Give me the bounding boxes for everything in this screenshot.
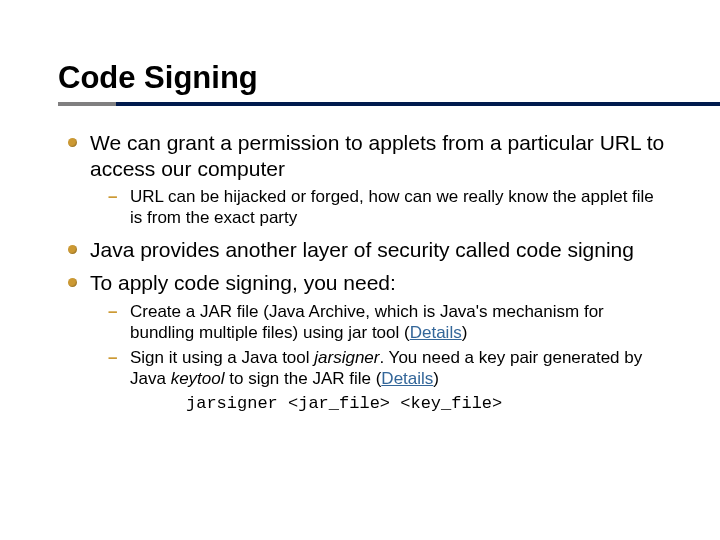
- bullet-3-sub-1-a: Create a JAR file (Java Archive, which i…: [130, 302, 604, 342]
- bullet-3-sub-1: Create a JAR file (Java Archive, which i…: [100, 302, 670, 343]
- slide: Code Signing We can grant a permission t…: [0, 0, 720, 540]
- bullet-list: We can grant a permission to applets fro…: [64, 130, 670, 415]
- bullet-3-sub-2: Sign it using a Java tool jarsigner. You…: [100, 348, 670, 414]
- code-line: jarsigner <jar_file> <key_file>: [186, 394, 670, 415]
- bullet-3-sub-1-b: ): [462, 323, 468, 342]
- bullet-3-text: To apply code signing, you need:: [90, 271, 396, 294]
- bullet-3-sublist: Create a JAR file (Java Archive, which i…: [90, 302, 670, 415]
- bullet-1-sub-1-text: URL can be hijacked or forged, how can w…: [130, 187, 654, 227]
- details-link-1[interactable]: Details: [410, 323, 462, 342]
- bullet-3-sub-2-a: Sign it using a Java tool: [130, 348, 314, 367]
- bullet-1-text: We can grant a permission to applets fro…: [90, 131, 664, 180]
- bullet-3-sub-2-c: to sign the JAR file (: [225, 369, 382, 388]
- slide-content: We can grant a permission to applets fro…: [58, 130, 670, 415]
- title-underline: [58, 102, 720, 106]
- keytool-italic: keytool: [171, 369, 225, 388]
- jarsigner-italic: jarsigner: [314, 348, 379, 367]
- bullet-2-text: Java provides another layer of security …: [90, 238, 634, 261]
- bullet-3: To apply code signing, you need: Create …: [64, 270, 670, 414]
- slide-title: Code Signing: [58, 60, 670, 96]
- details-link-2[interactable]: Details: [381, 369, 433, 388]
- bullet-3-sub-2-d: ): [433, 369, 439, 388]
- bullet-1: We can grant a permission to applets fro…: [64, 130, 670, 229]
- bullet-2: Java provides another layer of security …: [64, 237, 670, 263]
- bullet-1-sublist: URL can be hijacked or forged, how can w…: [90, 187, 670, 228]
- bullet-1-sub-1: URL can be hijacked or forged, how can w…: [100, 187, 670, 228]
